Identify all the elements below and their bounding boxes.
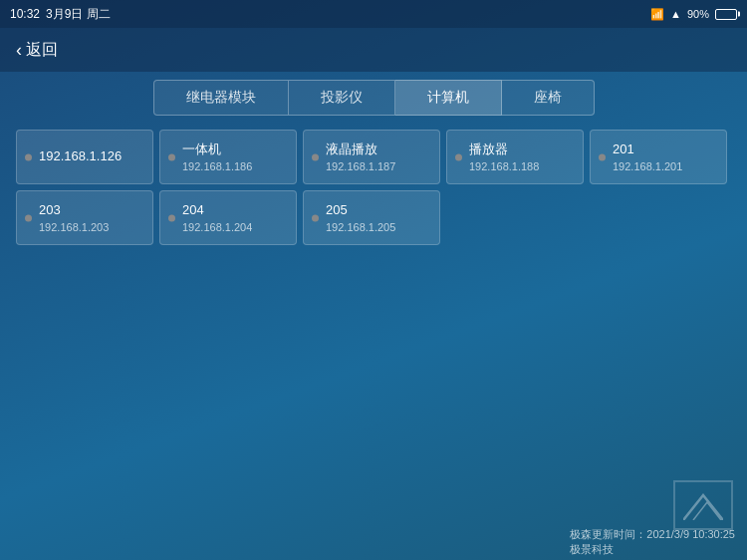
- device-card-d5[interactable]: 201192.168.1.201: [590, 130, 727, 184]
- device-name: 204: [182, 202, 286, 219]
- back-arrow-icon: ‹: [16, 41, 22, 59]
- device-name: 205: [326, 202, 429, 219]
- battery-bar: [715, 9, 737, 20]
- device-card-d7[interactable]: 204192.168.1.204: [159, 190, 297, 245]
- device-indicator: [25, 153, 32, 160]
- device-name: 203: [39, 202, 142, 219]
- device-card-d1[interactable]: 192.168.1.126: [16, 130, 153, 184]
- tab-seat[interactable]: 座椅: [502, 80, 595, 116]
- device-card-d3[interactable]: 液晶播放192.168.1.187: [303, 130, 440, 184]
- device-indicator: [25, 214, 32, 221]
- status-left: 10:32 3月9日 周二: [10, 6, 111, 23]
- device-ip: 192.168.1.187: [326, 160, 429, 172]
- device-ip: 192.168.1.201: [613, 160, 716, 172]
- device-indicator: [455, 153, 462, 160]
- device-name: 播放器: [469, 141, 573, 158]
- device-ip: 192.168.1.188: [469, 160, 573, 172]
- update-text: 极森更新时间：2021/3/9 10:30:25: [570, 528, 735, 540]
- device-ip: 192.168.1.204: [182, 221, 286, 233]
- device-indicator: [312, 153, 319, 160]
- footer-text: 极森更新时间：2021/3/9 10:30:25 极景科技: [570, 527, 735, 557]
- device-indicator: [168, 153, 175, 160]
- date: 3月9日 周二: [46, 6, 111, 23]
- status-right: 📶 ▲ 90%: [650, 8, 737, 21]
- device-ip: 192.168.1.205: [326, 221, 429, 233]
- device-name: 一体机: [182, 141, 286, 158]
- device-card-d2[interactable]: 一体机192.168.1.186: [159, 130, 297, 184]
- watermark: [673, 480, 733, 530]
- device-indicator: [599, 153, 606, 160]
- device-ip: 192.168.1.203: [39, 221, 142, 233]
- device-card-d6[interactable]: 203192.168.1.203: [16, 190, 153, 245]
- time: 10:32: [10, 7, 40, 21]
- device-grid: 192.168.1.126一体机192.168.1.186液晶播放192.168…: [0, 124, 747, 251]
- device-name: 201: [613, 141, 716, 158]
- footer: 极森更新时间：2021/3/9 10:30:25 极景科技: [0, 524, 747, 560]
- tab-bar: 继电器模块投影仪计算机座椅: [0, 72, 747, 124]
- device-indicator: [168, 214, 175, 221]
- device-card-d8[interactable]: 205192.168.1.205: [303, 190, 440, 245]
- battery-percent: 90%: [687, 8, 709, 20]
- tab-computer[interactable]: 计算机: [395, 80, 502, 116]
- header: ‹ 返回: [0, 28, 747, 72]
- device-card-d4[interactable]: 播放器192.168.1.188: [446, 130, 584, 184]
- brand-text: 极景科技: [570, 543, 614, 555]
- wifi-icon: 📶: [650, 8, 664, 21]
- signal-icon: ▲: [670, 8, 681, 20]
- tab-projector[interactable]: 投影仪: [289, 80, 395, 116]
- device-indicator: [312, 214, 319, 221]
- device-name: 液晶播放: [326, 141, 429, 158]
- back-button[interactable]: ‹ 返回: [16, 40, 58, 61]
- device-ip: 192.168.1.186: [182, 160, 286, 172]
- device-name: 192.168.1.126: [39, 148, 142, 165]
- status-bar: 10:32 3月9日 周二 📶 ▲ 90%: [0, 0, 747, 28]
- back-label: 返回: [26, 40, 58, 61]
- tab-relay[interactable]: 继电器模块: [153, 80, 289, 116]
- mountain-icon: [683, 490, 723, 520]
